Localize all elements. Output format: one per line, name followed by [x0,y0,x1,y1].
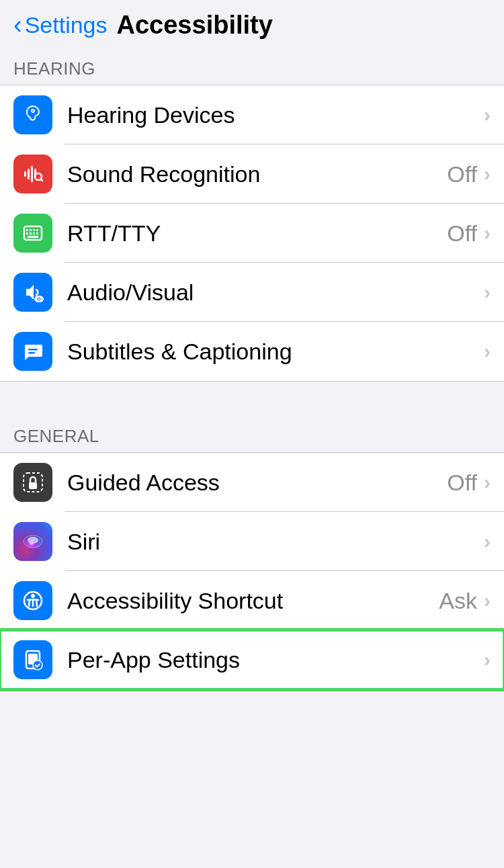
svg-rect-11 [26,232,28,234]
list-item-per-app-settings[interactable]: Per-App Settings › [0,630,504,689]
accessibility-shortcut-value: Ask [439,588,477,614]
svg-rect-15 [28,236,38,238]
hearing-devices-icon [13,95,52,134]
list-item-siri[interactable]: Siri › [0,512,504,571]
section-header-hearing: HEARING [0,48,504,85]
svg-rect-13 [33,232,35,234]
list-item-hearing-devices[interactable]: Hearing Devices › [0,85,504,144]
hearing-devices-label: Hearing Devices [67,102,477,128]
accessibility-shortcut-label: Accessibility Shortcut [67,588,439,614]
audio-visual-icon [13,273,52,312]
section-header-general: GENERAL [0,415,504,452]
svg-rect-9 [33,229,35,231]
subtitles-captioning-label: Subtitles & Captioning [67,339,477,365]
sound-recognition-label: Sound Recognition [67,161,447,187]
svg-rect-14 [36,232,38,234]
guided-access-value: Off [447,470,477,496]
sound-recognition-value: Off [447,161,477,187]
per-app-settings-label: Per-App Settings [67,647,477,673]
rtt-tty-icon [13,214,52,253]
guided-access-chevron: › [484,471,491,494]
rtt-tty-chevron: › [484,222,491,245]
svg-point-28 [31,594,35,598]
list-item-guided-access[interactable]: Guided Access Off › [0,453,504,512]
svg-rect-1 [28,169,30,179]
general-list-group: Guided Access Off › Siri [0,452,504,690]
subtitles-captioning-chevron: › [484,340,491,363]
svg-point-23 [32,485,34,487]
hearing-devices-chevron: › [484,103,491,126]
list-item-subtitles-captioning[interactable]: Subtitles & Captioning › [0,322,504,381]
svg-point-18 [38,298,40,300]
hearing-list-group: Hearing Devices › Sound Recognition Off … [0,85,504,382]
sound-recognition-chevron: › [484,163,491,185]
subtitles-captioning-icon [13,332,52,371]
page-title: Accessibility [117,11,273,40]
svg-rect-8 [30,229,32,231]
rtt-tty-value: Off [447,220,477,247]
svg-rect-7 [26,229,28,231]
svg-rect-2 [31,166,33,182]
svg-point-25 [28,537,38,544]
list-item-accessibility-shortcut[interactable]: Accessibility Shortcut Ask › [0,571,504,630]
per-app-settings-chevron: › [484,648,491,671]
back-label: Settings [25,12,108,38]
per-app-settings-icon [13,640,52,679]
header: ‹ Settings Accessibility [0,0,504,48]
back-chevron-icon: ‹ [13,12,22,38]
list-item-rtt-tty[interactable]: RTT/TTY Off › [0,204,504,263]
siri-chevron: › [484,530,491,553]
section-spacer-1 [0,382,504,415]
list-item-sound-recognition[interactable]: Sound Recognition Off › [0,144,504,204]
list-item-audio-visual[interactable]: Audio/Visual › [0,263,504,322]
guided-access-label: Guided Access [67,470,447,496]
guided-access-icon [13,463,52,502]
svg-point-31 [33,660,42,670]
siri-icon [13,522,52,561]
accessibility-shortcut-icon [13,581,52,620]
svg-rect-10 [36,229,38,231]
svg-rect-20 [28,352,35,354]
svg-rect-12 [30,232,32,234]
audio-visual-chevron: › [484,281,491,304]
audio-visual-label: Audio/Visual [67,279,477,306]
sound-recognition-icon [13,155,52,193]
accessibility-shortcut-chevron: › [484,589,491,612]
svg-rect-0 [24,171,26,177]
siri-label: Siri [67,529,477,555]
back-button[interactable]: ‹ Settings [13,12,108,38]
svg-line-5 [41,179,43,181]
svg-rect-19 [28,349,38,351]
rtt-tty-label: RTT/TTY [67,220,447,247]
